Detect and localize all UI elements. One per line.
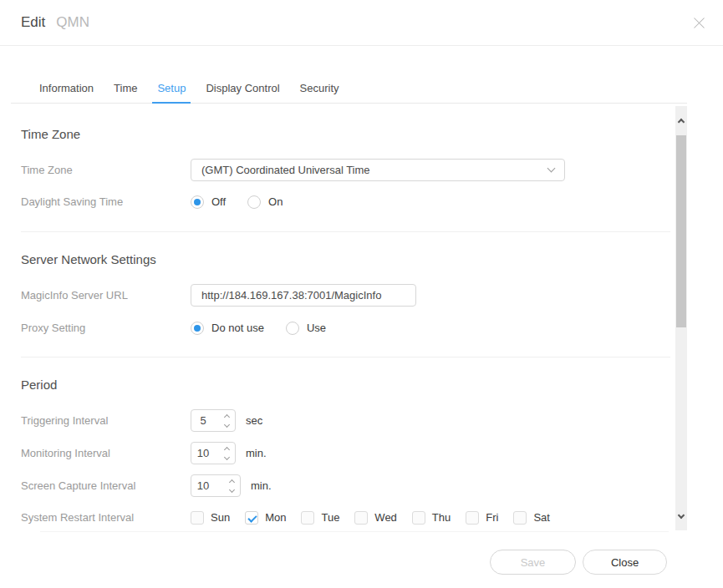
day-label: Fri [486, 511, 498, 524]
divider [40, 531, 669, 532]
dst-off-label: Off [211, 195, 226, 208]
monitoring-interval-row: Monitoring Interval min. [21, 442, 267, 464]
dst-row: Daylight Saving Time Off On [21, 190, 283, 213]
screen-capture-interval-label: Screen Capture Interval [21, 479, 191, 492]
dst-label: Daylight Saving Time [21, 195, 191, 208]
proxy-label: Proxy Setting [21, 322, 191, 334]
dialog-header: Edit QMN [0, 0, 723, 46]
dialog-title: Edit [21, 14, 45, 31]
monitoring-interval-stepper [191, 442, 236, 464]
section-heading-time-zone: Time Zone [21, 127, 80, 141]
tab-security[interactable]: Security [295, 82, 344, 103]
triggering-interval-label: Triggering Interval [21, 414, 191, 427]
scrollbar[interactable] [675, 106, 687, 530]
day-checkbox-thu[interactable]: Thu [412, 511, 458, 525]
time-zone-value: (GMT) Coordinated Universal Time [201, 164, 370, 176]
radio-icon [247, 195, 261, 209]
triggering-interval-unit: sec [246, 414, 262, 427]
system-restart-interval-label: System Restart Interval [21, 511, 191, 524]
day-checkbox-wed[interactable]: Wed [354, 511, 405, 525]
system-restart-interval-row: System Restart Interval Sun Mon Tue Wed [21, 506, 558, 529]
checkbox-icon [513, 511, 527, 525]
radio-icon [191, 195, 204, 209]
scrollbar-down-icon[interactable] [678, 513, 685, 520]
day-checkbox-mon[interactable]: Mon [245, 511, 293, 525]
proxy-use-label: Use [307, 322, 326, 334]
edit-device-dialog: Edit QMN Information Time Setup Display … [0, 0, 723, 588]
day-checkbox-fri[interactable]: Fri [466, 511, 506, 525]
scrollbar-thumb[interactable] [676, 135, 686, 327]
stepper-up-icon[interactable] [224, 446, 230, 452]
setup-tab-panel: Time Zone Time Zone (GMT) Coordinated Un… [0, 104, 674, 530]
tab-time[interactable]: Time [109, 82, 142, 103]
screen-capture-interval-unit: min. [251, 479, 272, 492]
dialog-footer: Save Close [490, 550, 667, 575]
tab-bar: Information Time Setup Display Control S… [11, 74, 687, 104]
stepper-down-icon[interactable] [224, 421, 230, 427]
day-checkbox-tue[interactable]: Tue [301, 511, 347, 525]
stepper-down-icon[interactable] [224, 454, 230, 459]
close-button[interactable]: Close [583, 550, 667, 575]
dst-on-label: On [268, 195, 283, 208]
triggering-interval-stepper [191, 409, 236, 432]
section-heading-server-network: Server Network Settings [21, 252, 156, 266]
checkbox-icon [191, 511, 204, 525]
server-url-label: MagicInfo Server URL [21, 289, 191, 302]
time-zone-row: Time Zone (GMT) Coordinated Universal Ti… [21, 159, 565, 181]
monitoring-interval-input[interactable] [191, 447, 215, 459]
tab-setup[interactable]: Setup [152, 82, 191, 104]
proxy-option-do-not-use[interactable]: Do not use [191, 322, 264, 335]
day-label: Thu [432, 511, 451, 524]
proxy-row: Proxy Setting Do not use Use [21, 317, 326, 339]
stepper-up-icon[interactable] [224, 413, 230, 419]
tab-display-control[interactable]: Display Control [201, 82, 284, 103]
monitoring-interval-unit: min. [246, 447, 267, 459]
screen-capture-interval-input[interactable] [191, 479, 215, 492]
screen-capture-interval-stepper [191, 474, 241, 497]
chevron-down-icon [547, 165, 556, 173]
tab-information[interactable]: Information [34, 82, 99, 103]
day-label: Tue [321, 511, 339, 524]
checkbox-icon [354, 511, 368, 525]
stepper-up-icon[interactable] [229, 479, 235, 484]
checkbox-icon [466, 511, 479, 525]
day-label: Mon [265, 511, 286, 524]
stepper-down-icon[interactable] [229, 486, 235, 492]
day-checkbox-sun[interactable]: Sun [191, 511, 237, 525]
close-icon[interactable] [692, 16, 706, 30]
triggering-interval-row: Triggering Interval sec [21, 409, 262, 432]
day-checkbox-sat[interactable]: Sat [513, 511, 558, 525]
time-zone-select[interactable]: (GMT) Coordinated Universal Time [191, 159, 565, 181]
device-name: QMN [56, 14, 89, 31]
day-label: Sat [533, 511, 550, 524]
checkbox-icon [412, 511, 425, 525]
checkbox-icon [245, 511, 258, 525]
scrollbar-up-icon[interactable] [678, 117, 685, 124]
day-label: Sun [211, 511, 230, 524]
checkbox-icon [301, 511, 314, 525]
server-url-input[interactable] [191, 284, 416, 307]
day-label: Wed [374, 511, 397, 524]
dst-option-off[interactable]: Off [191, 195, 226, 209]
section-heading-period: Period [21, 378, 57, 392]
proxy-option-use[interactable]: Use [286, 322, 326, 335]
radio-icon [191, 322, 204, 335]
proxy-do-not-use-label: Do not use [211, 322, 264, 334]
divider [21, 357, 670, 357]
monitoring-interval-label: Monitoring Interval [21, 447, 191, 459]
triggering-interval-input[interactable] [191, 414, 215, 427]
server-url-row: MagicInfo Server URL [21, 284, 416, 307]
dst-option-on[interactable]: On [247, 195, 283, 209]
divider [21, 231, 670, 232]
time-zone-label: Time Zone [21, 164, 191, 176]
radio-icon [286, 322, 299, 335]
save-button[interactable]: Save [490, 550, 576, 575]
screen-capture-interval-row: Screen Capture Interval min. [21, 474, 272, 497]
